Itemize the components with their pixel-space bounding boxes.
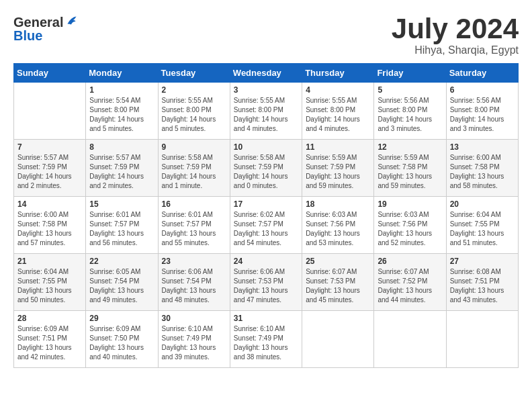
calendar-cell: 15Sunrise: 6:01 AMSunset: 7:57 PMDayligh… bbox=[86, 197, 158, 254]
location-subtitle: Hihya, Sharqia, Egypt bbox=[392, 44, 519, 56]
calendar-cell: 10Sunrise: 5:58 AMSunset: 7:59 PMDayligh… bbox=[230, 140, 302, 197]
day-number: 25 bbox=[306, 257, 370, 266]
day-info: Sunrise: 6:07 AMSunset: 7:53 PMDaylight:… bbox=[306, 267, 370, 305]
day-number: 7 bbox=[17, 142, 82, 152]
day-info: Sunrise: 5:55 AMSunset: 8:00 PMDaylight:… bbox=[162, 96, 226, 134]
calendar-cell: 2Sunrise: 5:55 AMSunset: 8:00 PMDaylight… bbox=[158, 83, 230, 140]
calendar-cell: 6Sunrise: 5:56 AMSunset: 8:00 PMDaylight… bbox=[446, 83, 518, 140]
calendar-cell: 21Sunrise: 6:04 AMSunset: 7:55 PMDayligh… bbox=[14, 254, 86, 311]
day-number: 2 bbox=[162, 85, 226, 95]
day-info: Sunrise: 6:10 AMSunset: 7:49 PMDaylight:… bbox=[234, 324, 298, 362]
day-number: 22 bbox=[89, 257, 154, 266]
day-number: 12 bbox=[378, 142, 442, 152]
day-number: 15 bbox=[89, 199, 154, 209]
calendar-cell: 16Sunrise: 6:01 AMSunset: 7:57 PMDayligh… bbox=[158, 197, 230, 254]
weekday-header-friday: Friday bbox=[374, 64, 446, 83]
calendar-cell: 27Sunrise: 6:08 AMSunset: 7:51 PMDayligh… bbox=[446, 254, 518, 311]
day-info: Sunrise: 6:00 AMSunset: 7:58 PMDaylight:… bbox=[17, 210, 82, 248]
day-info: Sunrise: 5:58 AMSunset: 7:59 PMDaylight:… bbox=[234, 153, 298, 191]
day-info: Sunrise: 5:56 AMSunset: 8:00 PMDaylight:… bbox=[378, 96, 442, 134]
day-number: 20 bbox=[450, 199, 515, 209]
day-number: 17 bbox=[234, 199, 298, 209]
calendar-cell: 11Sunrise: 5:59 AMSunset: 7:59 PMDayligh… bbox=[302, 140, 374, 197]
day-info: Sunrise: 6:06 AMSunset: 7:54 PMDaylight:… bbox=[162, 267, 226, 305]
day-number: 23 bbox=[162, 257, 226, 266]
day-number: 29 bbox=[89, 314, 154, 323]
calendar-cell: 17Sunrise: 6:02 AMSunset: 7:57 PMDayligh… bbox=[230, 197, 302, 254]
day-number: 21 bbox=[17, 257, 82, 266]
day-info: Sunrise: 6:00 AMSunset: 7:58 PMDaylight:… bbox=[450, 153, 515, 191]
day-number: 31 bbox=[234, 314, 298, 323]
calendar-table: SundayMondayTuesdayWednesdayThursdayFrid… bbox=[13, 63, 519, 368]
day-info: Sunrise: 5:55 AMSunset: 8:00 PMDaylight:… bbox=[306, 96, 370, 134]
day-info: Sunrise: 6:08 AMSunset: 7:51 PMDaylight:… bbox=[450, 267, 515, 305]
day-info: Sunrise: 5:59 AMSunset: 7:59 PMDaylight:… bbox=[306, 153, 370, 191]
day-info: Sunrise: 6:04 AMSunset: 7:55 PMDaylight:… bbox=[450, 210, 515, 248]
logo: General Blue bbox=[13, 13, 79, 44]
day-info: Sunrise: 6:02 AMSunset: 7:57 PMDaylight:… bbox=[234, 210, 298, 248]
logo-bird-icon bbox=[64, 13, 79, 28]
calendar-cell: 5Sunrise: 5:56 AMSunset: 8:00 PMDaylight… bbox=[374, 83, 446, 140]
calendar-cell: 31Sunrise: 6:10 AMSunset: 7:49 PMDayligh… bbox=[230, 311, 302, 368]
day-info: Sunrise: 6:04 AMSunset: 7:55 PMDaylight:… bbox=[17, 267, 82, 305]
calendar-cell bbox=[446, 311, 518, 368]
day-number: 19 bbox=[378, 199, 442, 209]
calendar-cell bbox=[302, 311, 374, 368]
month-title: July 2024 bbox=[392, 13, 519, 44]
day-info: Sunrise: 5:58 AMSunset: 7:59 PMDaylight:… bbox=[162, 153, 226, 191]
day-info: Sunrise: 6:09 AMSunset: 7:50 PMDaylight:… bbox=[89, 324, 154, 362]
day-info: Sunrise: 6:03 AMSunset: 7:56 PMDaylight:… bbox=[378, 210, 442, 248]
calendar-cell: 28Sunrise: 6:09 AMSunset: 7:51 PMDayligh… bbox=[14, 311, 86, 368]
logo-blue-text: Blue bbox=[13, 28, 42, 44]
day-info: Sunrise: 6:05 AMSunset: 7:54 PMDaylight:… bbox=[89, 267, 154, 305]
calendar-cell: 18Sunrise: 6:03 AMSunset: 7:56 PMDayligh… bbox=[302, 197, 374, 254]
day-info: Sunrise: 6:01 AMSunset: 7:57 PMDaylight:… bbox=[162, 210, 226, 248]
day-info: Sunrise: 5:55 AMSunset: 8:00 PMDaylight:… bbox=[234, 96, 298, 134]
day-info: Sunrise: 5:57 AMSunset: 7:59 PMDaylight:… bbox=[17, 153, 82, 191]
weekday-header-saturday: Saturday bbox=[446, 64, 518, 83]
day-info: Sunrise: 5:56 AMSunset: 8:00 PMDaylight:… bbox=[450, 96, 515, 134]
title-block: July 2024 Hihya, Sharqia, Egypt bbox=[392, 13, 519, 56]
day-number: 30 bbox=[162, 314, 226, 323]
calendar-cell: 12Sunrise: 5:59 AMSunset: 7:58 PMDayligh… bbox=[374, 140, 446, 197]
calendar-cell: 29Sunrise: 6:09 AMSunset: 7:50 PMDayligh… bbox=[86, 311, 158, 368]
day-info: Sunrise: 5:54 AMSunset: 8:00 PMDaylight:… bbox=[89, 96, 154, 134]
day-number: 11 bbox=[306, 142, 370, 152]
day-number: 13 bbox=[450, 142, 515, 152]
page-header: General Blue July 2024 Hihya, Sharqia, E… bbox=[13, 13, 519, 56]
day-number: 1 bbox=[89, 85, 154, 95]
day-number: 10 bbox=[234, 142, 298, 152]
calendar-cell: 7Sunrise: 5:57 AMSunset: 7:59 PMDaylight… bbox=[14, 140, 86, 197]
day-number: 8 bbox=[89, 142, 154, 152]
calendar-cell: 4Sunrise: 5:55 AMSunset: 8:00 PMDaylight… bbox=[302, 83, 374, 140]
day-number: 14 bbox=[17, 199, 82, 209]
calendar-cell: 19Sunrise: 6:03 AMSunset: 7:56 PMDayligh… bbox=[374, 197, 446, 254]
day-number: 9 bbox=[162, 142, 226, 152]
calendar-cell: 24Sunrise: 6:06 AMSunset: 7:53 PMDayligh… bbox=[230, 254, 302, 311]
calendar-cell: 26Sunrise: 6:07 AMSunset: 7:52 PMDayligh… bbox=[374, 254, 446, 311]
calendar-cell: 25Sunrise: 6:07 AMSunset: 7:53 PMDayligh… bbox=[302, 254, 374, 311]
day-number: 4 bbox=[306, 85, 370, 95]
day-info: Sunrise: 5:59 AMSunset: 7:58 PMDaylight:… bbox=[378, 153, 442, 191]
calendar-cell: 20Sunrise: 6:04 AMSunset: 7:55 PMDayligh… bbox=[446, 197, 518, 254]
calendar-cell: 3Sunrise: 5:55 AMSunset: 8:00 PMDaylight… bbox=[230, 83, 302, 140]
calendar-cell: 14Sunrise: 6:00 AMSunset: 7:58 PMDayligh… bbox=[14, 197, 86, 254]
day-number: 24 bbox=[234, 257, 298, 266]
day-number: 16 bbox=[162, 199, 226, 209]
calendar-cell: 22Sunrise: 6:05 AMSunset: 7:54 PMDayligh… bbox=[86, 254, 158, 311]
calendar-cell: 13Sunrise: 6:00 AMSunset: 7:58 PMDayligh… bbox=[446, 140, 518, 197]
day-info: Sunrise: 6:09 AMSunset: 7:51 PMDaylight:… bbox=[17, 324, 82, 362]
day-info: Sunrise: 6:06 AMSunset: 7:53 PMDaylight:… bbox=[234, 267, 298, 305]
day-info: Sunrise: 6:01 AMSunset: 7:57 PMDaylight:… bbox=[89, 210, 154, 248]
day-number: 6 bbox=[450, 85, 515, 95]
weekday-header-monday: Monday bbox=[86, 64, 158, 83]
calendar-cell bbox=[14, 83, 86, 140]
calendar-cell: 9Sunrise: 5:58 AMSunset: 7:59 PMDaylight… bbox=[158, 140, 230, 197]
day-number: 3 bbox=[234, 85, 298, 95]
weekday-header-wednesday: Wednesday bbox=[230, 64, 302, 83]
calendar-cell: 30Sunrise: 6:10 AMSunset: 7:49 PMDayligh… bbox=[158, 311, 230, 368]
weekday-header-sunday: Sunday bbox=[14, 64, 86, 83]
day-number: 18 bbox=[306, 199, 370, 209]
calendar-cell: 8Sunrise: 5:57 AMSunset: 7:59 PMDaylight… bbox=[86, 140, 158, 197]
calendar-cell: 1Sunrise: 5:54 AMSunset: 8:00 PMDaylight… bbox=[86, 83, 158, 140]
